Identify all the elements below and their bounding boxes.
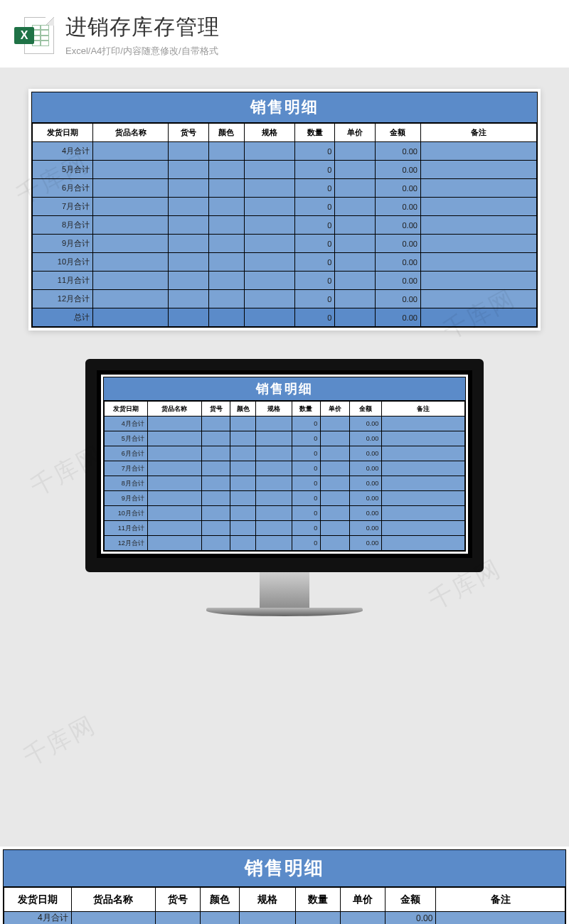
cell-color [230,476,255,491]
column-header: 备注 [436,888,565,912]
table-row: 8月合计00.00 [33,216,537,235]
cell-name [147,536,201,551]
cell-spec [255,536,292,551]
cell-date: 总计 [33,308,93,327]
cell-note [382,521,465,536]
cell-date: 8月合计 [105,476,148,491]
cell-code [169,253,209,272]
cell-code [201,491,230,506]
excel-x-badge: X [14,27,34,44]
cell-amount: 0.00 [376,308,421,327]
cell-spec [255,476,292,491]
cell-code [169,179,209,198]
table-header-row: 发货日期货品名称货号颜色规格数量单价金额备注 [4,888,565,912]
cell-note [382,461,465,476]
page-header: X 进销存库存管理 Excel/A4打印/内容随意修改/自带格式 [0,0,569,68]
cell-note [420,179,536,198]
table-row: 5月合计00.00 [33,161,537,179]
column-header: 货品名称 [147,402,201,417]
cell-note [420,290,536,308]
cell-code [169,235,209,253]
cell-code [169,272,209,290]
column-header: 数量 [292,402,321,417]
cell-date: 8月合计 [33,216,93,235]
cell-price [335,253,376,272]
cell-color [209,308,245,327]
cell-date: 5月合计 [105,431,148,446]
cell-price [335,161,376,179]
cell-note [382,536,465,551]
table-row: 12月合计00.00 [105,536,465,551]
cell-name [147,476,201,491]
page-title: 进销存库存管理 [65,13,552,42]
table-row: 10月合计00.00 [105,506,465,521]
cell-name [147,506,201,521]
table-header-row: 发货日期货品名称货号颜色规格数量单价金额备注 [33,124,537,142]
cell-qty: 0 [294,198,335,216]
cell-note [420,216,536,235]
cell-qty: 0 [292,417,321,431]
column-header: 颜色 [201,888,240,912]
column-header: 发货日期 [33,124,93,142]
cell-code [169,290,209,308]
cell-price [335,290,376,308]
cell-date: 6月合计 [33,179,93,198]
cell-note [420,253,536,272]
cell-name [93,253,169,272]
cell-note [382,431,465,446]
column-header: 单价 [321,402,350,417]
table-row: 4月合计00.00 [105,417,465,431]
cell-spec [255,417,292,431]
cell-note [420,272,536,290]
cell-color [230,431,255,446]
cell-amount: 0.00 [349,521,382,536]
cell-amount: 0.00 [376,179,421,198]
cell-date: 11月合计 [105,521,148,536]
cell-qty: 0 [294,179,335,198]
cell-color [209,290,245,308]
sales-table: 发货日期货品名称货号颜色规格数量单价金额备注 4月合计00.005月合计00.0… [104,401,465,551]
cell-date: 10月合计 [33,253,93,272]
cell-color [209,142,245,161]
sheet-preview-bottom: 销售明细 发货日期货品名称货号颜色规格数量单价金额备注 4月合计 0.00 [0,847,569,924]
cell-note [382,506,465,521]
column-header: 数量 [296,888,341,912]
table-row: 6月合计00.00 [105,446,465,461]
sales-sheet-monitor: 销售明细 发货日期货品名称货号颜色规格数量单价金额备注 4月合计00.005月合… [103,377,466,552]
cell-note [382,476,465,491]
cell-spec [244,235,294,253]
column-header: 货号 [156,888,201,912]
cell-date: 6月合计 [105,446,148,461]
table-row: 4月合计 0.00 [4,912,565,925]
cell-qty: 0 [292,521,321,536]
cell-name [93,161,169,179]
column-header: 发货日期 [4,888,72,912]
cell-amount: 0.00 [376,253,421,272]
cell-spec [255,506,292,521]
cell-code [201,521,230,536]
cell-date: 9月合计 [33,235,93,253]
cell-date: 10月合计 [105,506,148,521]
table-row: 总计00.00 [33,308,537,327]
cell-amount: 0.00 [376,142,421,161]
cell-color [230,506,255,521]
column-header: 货品名称 [71,888,155,912]
cell-name [93,235,169,253]
cell-date: 7月合计 [105,461,148,476]
cell-note [382,446,465,461]
cell-name [93,142,169,161]
cell-code [169,216,209,235]
cell-spec [244,272,294,290]
table-row: 8月合计00.00 [105,476,465,491]
cell-price [335,179,376,198]
cell-amount: 0.00 [349,446,382,461]
table-header-row: 发货日期货品名称货号颜色规格数量单价金额备注 [105,402,465,417]
cell-note [420,161,536,179]
cell-color [209,161,245,179]
excel-icon: X [17,17,54,54]
table-row: 12月合计00.00 [33,290,537,308]
cell-price [335,272,376,290]
cell-qty: 0 [294,290,335,308]
cell-color [209,272,245,290]
cell-qty: 0 [292,506,321,521]
